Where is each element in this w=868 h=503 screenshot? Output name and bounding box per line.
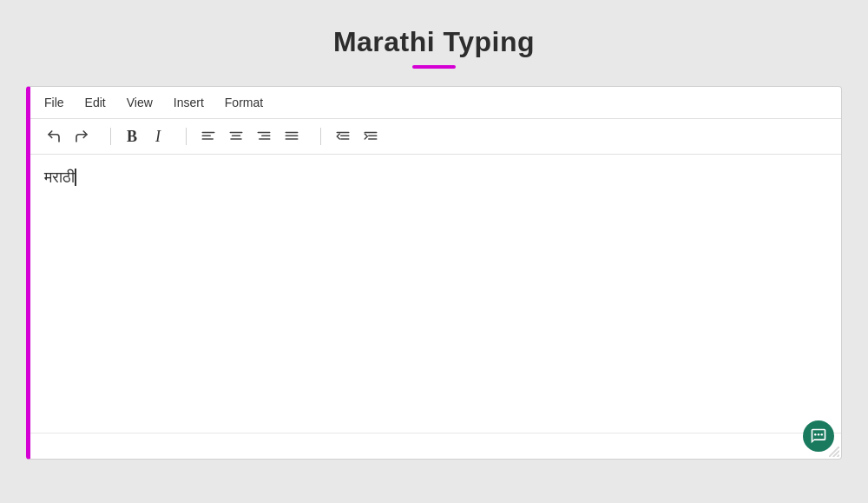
text-cursor [75,169,76,186]
menu-view[interactable]: View [123,94,156,111]
svg-line-23 [838,455,839,457]
indent-group [330,124,384,149]
editor-container: File Edit View Insert Format [26,86,842,460]
bold-button[interactable]: B [120,124,144,149]
menu-insert[interactable]: Insert [170,94,207,111]
menu-bar: File Edit View Insert Format [30,87,841,119]
format-group: B I [120,124,170,149]
align-center-button[interactable] [223,124,249,149]
svg-point-20 [821,434,824,436]
redo-button[interactable] [69,124,95,149]
resize-handle[interactable] [829,447,839,457]
svg-point-19 [814,434,817,436]
divider-1 [110,128,111,145]
editor-text: मराठी [44,169,75,186]
alignment-group [195,124,305,149]
page-title: Marathi Typing [333,26,535,58]
undo-redo-group [41,124,95,149]
align-justify-button[interactable] [279,124,305,149]
indent-increase-button[interactable] [358,124,384,149]
menu-format[interactable]: Format [221,94,266,111]
menu-file[interactable]: File [41,94,68,111]
italic-button[interactable]: I [146,124,170,149]
undo-button[interactable] [41,124,67,149]
svg-point-18 [818,434,820,436]
indent-decrease-button[interactable] [330,124,356,149]
divider-3 [320,128,321,145]
editor-content-area[interactable]: मराठी [30,155,841,433]
align-left-button[interactable] [195,124,221,149]
title-underline [412,65,456,69]
menu-edit[interactable]: Edit [82,94,109,111]
align-right-button[interactable] [251,124,277,149]
toolbar: B I [30,119,841,155]
editor-footer [30,433,841,459]
divider-2 [186,128,187,145]
